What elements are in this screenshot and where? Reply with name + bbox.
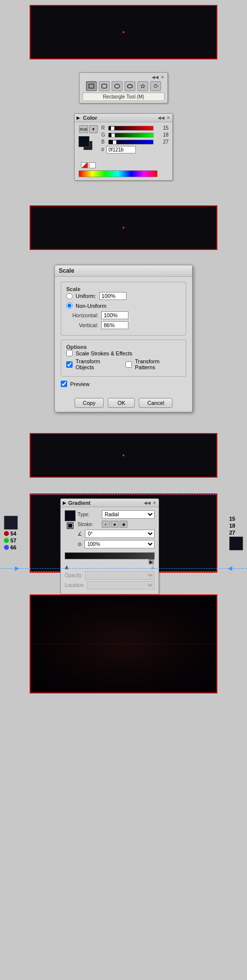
g-slider-track[interactable] bbox=[108, 133, 154, 138]
scale-fieldset: Scale Uniform: Non-Uniform Horizontal: V… bbox=[61, 282, 186, 336]
rectangle-tool-icon[interactable] bbox=[86, 81, 97, 91]
gp-opacity-label: Opacity: bbox=[65, 573, 83, 578]
ann-g-val-right: 18 bbox=[229, 523, 235, 529]
gp-stroke-btn-1[interactable]: ▪ bbox=[102, 521, 110, 528]
scale-section: Scale Scale Uniform: Non-Uniform Horizon… bbox=[0, 261, 247, 416]
gp-stroke-swatch[interactable] bbox=[67, 522, 74, 529]
ann-b-dot-left bbox=[4, 545, 9, 550]
gp-angle-select[interactable]: 0° bbox=[85, 530, 155, 538]
foreground-swatch[interactable] bbox=[79, 136, 89, 147]
ok-button[interactable]: OK bbox=[108, 398, 135, 408]
gp-stroke-inner bbox=[68, 524, 72, 528]
ellipse-tool-icon[interactable] bbox=[112, 81, 123, 91]
b-label: B bbox=[101, 139, 106, 145]
gp-location-label: Location: bbox=[65, 583, 85, 588]
gp-fg-swatch[interactable] bbox=[65, 510, 76, 521]
gradient-panel: ▶ Gradient ◀◀ ✕ bbox=[60, 498, 159, 594]
tool-panel-section: ◀◀ ✕ Rectangle Tool (M) bbox=[0, 70, 247, 105]
panel-close-ctrl[interactable]: ✕ bbox=[166, 115, 170, 120]
canvas-4: ▶ Gradient ◀◀ ✕ bbox=[30, 493, 217, 573]
color-sliders: R 15 G 18 B bbox=[101, 125, 168, 155]
transform-objects-checkbox[interactable] bbox=[66, 361, 73, 368]
white-swatch[interactable] bbox=[89, 162, 96, 168]
color-panel-body: RGB ▼ R bbox=[75, 122, 172, 180]
svg-point-2 bbox=[115, 84, 120, 88]
vertical-input[interactable] bbox=[101, 321, 128, 329]
transform-patterns-label: Transform Patterns bbox=[135, 358, 181, 370]
preview-row: Preview bbox=[61, 381, 186, 387]
center-dot bbox=[123, 31, 124, 33]
r-slider-track[interactable] bbox=[108, 126, 154, 131]
transform-objects-row: Transform Objects bbox=[66, 358, 120, 370]
uniform-radio[interactable] bbox=[66, 293, 73, 299]
scale-dialog: Scale Scale Uniform: Non-Uniform Horizon… bbox=[54, 265, 193, 412]
tool-panel-header: ◀◀ ✕ bbox=[82, 75, 165, 80]
hex-row: # bbox=[101, 146, 168, 153]
ann-r-left: 54 bbox=[4, 531, 18, 537]
gp-stroke-btn-3[interactable]: ◉ bbox=[120, 521, 127, 528]
scale-legend: Scale bbox=[64, 286, 181, 292]
rgb-mode-btn[interactable]: RGB bbox=[79, 125, 88, 133]
spacer-5 bbox=[0, 195, 247, 200]
gp-opacity-select bbox=[85, 571, 155, 580]
g-label: G bbox=[101, 132, 106, 138]
g-slider-row: G 18 bbox=[101, 132, 168, 138]
horizontal-row: Horizontal: bbox=[66, 311, 181, 319]
gp-expand-bar-btn[interactable]: ▶ bbox=[149, 559, 154, 564]
center-dot-3 bbox=[123, 454, 124, 456]
preview-checkbox[interactable] bbox=[61, 381, 67, 387]
gp-collapse-btn[interactable]: ◀◀ bbox=[144, 500, 151, 505]
none-swatch[interactable] bbox=[81, 162, 88, 168]
uniform-input[interactable] bbox=[99, 292, 126, 300]
gp-close-btn[interactable]: ✕ bbox=[153, 500, 157, 505]
spacer-6 bbox=[0, 255, 247, 261]
polygon-tool-icon[interactable] bbox=[124, 81, 135, 91]
gp-bar-end-btn: ▶ bbox=[65, 559, 155, 564]
canvas-2 bbox=[30, 205, 217, 250]
flare-tool-icon[interactable] bbox=[150, 81, 161, 91]
scale-strokes-checkbox[interactable] bbox=[66, 350, 73, 356]
horizontal-input[interactable] bbox=[101, 311, 128, 319]
cancel-button[interactable]: Cancel bbox=[139, 398, 172, 408]
tool-label: Rectangle Tool (M) bbox=[82, 93, 165, 101]
ann-b-left: 66 bbox=[4, 544, 18, 550]
r-slider-thumb[interactable] bbox=[111, 126, 115, 131]
spacer-4 bbox=[0, 189, 247, 195]
annotated-section: 54 57 66 ▶ Gradient ◀◀ bbox=[0, 489, 247, 578]
gp-type-label: Type: bbox=[78, 512, 100, 517]
b-slider-track[interactable] bbox=[108, 140, 154, 145]
spacer-13 bbox=[0, 704, 247, 710]
gp-gradient-bar[interactable] bbox=[65, 552, 155, 559]
spacer-12 bbox=[0, 698, 247, 704]
arrow-left: ▶ bbox=[15, 565, 19, 572]
scale-strokes-label: Scale Strokes & Effects bbox=[76, 350, 132, 356]
gp-expand-icon[interactable]: ▶ bbox=[63, 500, 66, 505]
transform-patterns-checkbox[interactable] bbox=[125, 361, 132, 368]
transform-objects-label: Transform Objects bbox=[76, 358, 120, 370]
b-slider-thumb[interactable] bbox=[113, 140, 117, 145]
options-legend: Options bbox=[64, 344, 181, 350]
arrow-right: ◀ bbox=[228, 565, 232, 572]
gp-type-select[interactable]: Radial bbox=[102, 510, 155, 519]
panel-close-btn[interactable]: ✕ bbox=[161, 75, 165, 80]
nonuniform-radio[interactable] bbox=[66, 302, 73, 309]
rounded-rect-tool-icon[interactable] bbox=[99, 81, 110, 91]
hex-input[interactable] bbox=[106, 146, 136, 153]
tool-icons-row bbox=[82, 81, 165, 91]
panel-expand-icon[interactable]: ▶ bbox=[77, 115, 80, 120]
g-slider-thumb[interactable] bbox=[111, 133, 115, 138]
gp-scale-select[interactable]: 100% bbox=[84, 540, 155, 548]
nonuniform-radio-row: Non-Uniform bbox=[66, 302, 181, 309]
options-btn[interactable]: ▼ bbox=[89, 125, 98, 133]
uniform-label: Uniform: bbox=[76, 293, 96, 299]
panel-collapse-ctrl[interactable]: ◀◀ bbox=[158, 115, 165, 120]
ann-r-val-left: 54 bbox=[10, 531, 16, 537]
gp-angle-icon: ∠ bbox=[78, 531, 82, 537]
copy-button[interactable]: Copy bbox=[75, 398, 104, 408]
canvas-section-2 bbox=[0, 200, 247, 255]
star-tool-icon[interactable] bbox=[137, 81, 148, 91]
panel-collapse-btn[interactable]: ◀◀ bbox=[152, 75, 159, 80]
gp-stroke-btn-2[interactable]: ◈ bbox=[111, 521, 119, 528]
dialog-body: Scale Uniform: Non-Uniform Horizontal: V… bbox=[55, 277, 192, 394]
gradient-panel-wrapper: ▶ Gradient ◀◀ ✕ bbox=[60, 498, 159, 594]
